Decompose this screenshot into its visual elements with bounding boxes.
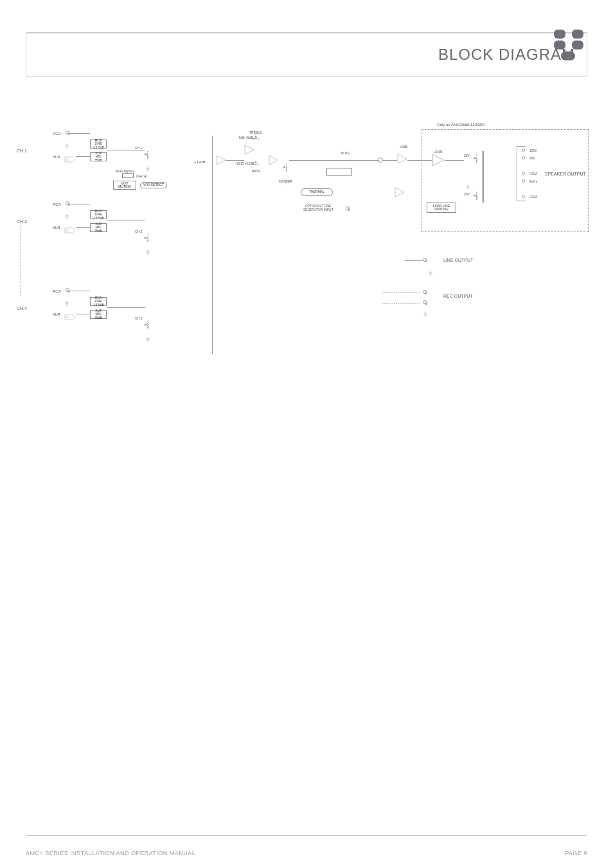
summing-bus-line [212,136,213,354]
resistor-icon [382,293,420,293]
bypass-switch [122,173,134,178]
line-out-jack-icon [423,258,427,262]
ch2-xlr-label: XLR [53,226,60,230]
potentiometer-icon [145,320,150,332]
load-line-limiting-box: LOAD LINE LIMITING [427,203,456,213]
signal-line [445,160,464,161]
page-header: BLOCK DIAGRAM [26,33,587,77]
rca-jack-icon [66,288,69,292]
signal-line [383,160,397,161]
rec-out-jack-icon [423,300,427,304]
resistor-icon [382,303,420,303]
ground-icon [428,267,433,272]
amplifier-icon [244,145,254,155]
treble-pot-icon [249,136,260,141]
transformer-icon [482,151,484,203]
bass-pot-icon [249,162,260,167]
out-com2-label: COM [529,195,537,199]
tone-gen-label: OPTIONAL TONE GENERATOR INPUT [296,204,341,212]
footer-right: PAGE 9 [565,850,587,856]
speaker-output-label: SPEAKER OUTPUT [545,172,586,176]
rca-jack-icon [66,201,69,205]
mute-switch-box [326,168,352,176]
signal-line [76,227,90,228]
rec-out-jack-icon [423,290,427,294]
ch4-xlr-switch: XLR MIC 35dB [90,310,107,319]
ground-icon [64,210,69,215]
potentiometer-icon [145,233,150,245]
bass-label: BASS [252,169,260,173]
power-amplifier-icon [432,154,445,167]
ch2-pot-label: CH 2 [135,230,142,233]
ch2-label: CH 2 [17,219,27,224]
summing-node-icon [378,158,383,163]
tap-25v-label: 25V [464,154,470,158]
ch1-xlr-label: XLR [53,155,60,159]
ch1-rca-switch: RCA LINE -13.5dB [90,140,107,149]
out-com1-label: COM [529,172,537,176]
ch2-xlr-switch: XLR MIC 35dB [90,223,107,232]
ch4-rca-label: RCA [53,289,61,293]
signal-line [76,156,90,157]
ch4-label: CH 4 [17,306,27,311]
vox-detect-box: VOX DETECT [140,182,167,188]
signal-line [407,160,432,161]
signal-line [69,291,90,291]
ch2-rca-switch: RCA LINE -13.5dB [90,210,107,219]
ch4-pot-label: CH 2 [135,316,142,320]
out-4ohm-label: 4ohm [529,179,538,183]
ground-icon [145,333,150,338]
xlr-connector-icon [64,224,76,231]
treble-label: TREBLE [249,131,262,134]
ch4-rca-switch: RCA LINE -13.5dB [90,297,107,306]
ch1-xlr-switch: XLR MIC 35dB [90,152,107,161]
signal-line [107,221,145,221]
footer-left: AMC+ SERIES INSTALLATION AND OPERATION M… [26,850,195,856]
pre-power-gain-label: +2dB [400,145,407,149]
xlr-connector-icon [64,311,76,318]
signal-line [69,133,90,134]
amplifier-icon [397,154,407,164]
ground-icon [284,176,289,181]
vox-muting-box: VOX MUTING [113,181,136,190]
page-footer: AMC+ SERIES INSTALLATION AND OPERATION M… [26,850,587,856]
ch2-rca-label: RCA [53,203,61,206]
thermal-box: THERMAL [301,188,333,196]
amplifier-icon [269,155,279,165]
rca-jack-icon [66,131,69,134]
transformer-tap-icon [474,154,479,165]
transformer-tap-icon [474,191,479,203]
rec-output-label: REC OUTPUT [443,294,473,298]
potentiometer-icon [145,150,150,161]
signal-line [69,204,90,204]
mute-label: MUTE [341,151,350,155]
ground-icon [64,297,69,302]
block-diagram: CH 1 RCA XLR RCA LINE -13.5dB XLR MIC 35… [26,116,587,386]
tone-gen-jack-icon [346,206,350,210]
amplifier-icon [216,155,226,165]
ground-icon [423,308,428,313]
signal-line [107,307,145,308]
signal-line [107,150,145,150]
power-section-box [422,129,589,232]
ch1-label: CH 1 [17,149,27,153]
signal-line [226,160,244,161]
amplifier-icon [395,187,405,197]
preamp-gain-label: +19dB [194,160,206,164]
xlr-connector-icon [64,154,76,160]
signal-line [76,314,90,314]
terminal-block-icon [517,146,526,201]
brand-logo-icon [554,30,583,59]
internal-label: Internal [136,174,147,178]
ch1-rca-label: RCA [53,132,61,136]
signal-line [405,260,423,261]
ground-icon [465,181,470,186]
ground-icon [145,246,150,251]
ch4-xlr-label: XLR [53,312,60,316]
channel-continuation-dash [21,226,21,296]
line-output-label: LINE OUTPUT [443,258,473,262]
ground-icon [64,140,69,145]
tap-25v-label-2: 25V [464,192,470,196]
ground-icon [145,163,150,168]
power-section-note: Only on AMC30/60/120/250 [437,123,484,127]
